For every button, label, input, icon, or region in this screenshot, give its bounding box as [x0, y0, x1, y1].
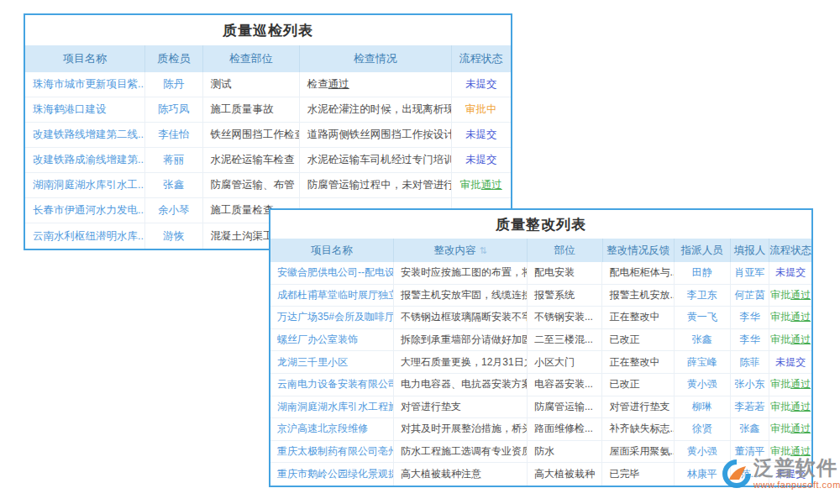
rectify-feedback: 已改正: [601, 329, 673, 352]
inspector-name[interactable]: 陈丹: [144, 72, 202, 97]
assignee-name[interactable]: 田静: [674, 262, 730, 285]
table-row: 云南电力设备安装有限公司20...电力电容器、电抗器安装方案,...电容器安装.…: [270, 374, 811, 396]
reporter-name[interactable]: 李华: [730, 307, 769, 329]
fanpu-url: www.fanpusoft.com: [753, 480, 840, 490]
workflow-status[interactable]: 审批通过: [769, 418, 811, 441]
reporter-name[interactable]: 张小东: [730, 374, 769, 396]
fanpu-watermark-text: 泛普软件 www.fanpusoft.com: [753, 458, 840, 490]
rectify-content: 拆除到承重墙部分请做好加固...: [393, 329, 527, 352]
rectify-part: 不锈钢安装...: [527, 307, 601, 329]
column-header-content[interactable]: 整改内容⇅: [393, 239, 527, 262]
inspection-situation: 道路两侧铁丝网围挡工作按设计...: [299, 123, 451, 148]
rectify-part: 路面维修检...: [527, 418, 601, 441]
rectify-part: 配电安装: [527, 262, 601, 285]
rectify-content: 大理石质量更换，12月31日之...: [393, 351, 527, 374]
project-name-link[interactable]: 京沪高速北京段维修: [270, 418, 393, 441]
project-name-link[interactable]: 云南水利枢纽潜明水库...: [25, 223, 144, 249]
table-row: 改建铁路线增建第二线...李佳怡铁丝网围挡工作检查道路两侧铁丝网围挡工作按设计.…: [25, 123, 511, 148]
assignee-name[interactable]: 黄小强: [674, 374, 730, 396]
project-name-link[interactable]: 改建铁路成渝线增建第...: [25, 148, 144, 173]
inspection-table-header: 项目名称质检员检查部位检查情况流程状态: [25, 45, 511, 72]
sort-icon[interactable]: ⇅: [479, 246, 486, 255]
rectify-part: 报警系统: [527, 285, 601, 307]
column-header-part: 部位: [527, 239, 601, 262]
project-name-link[interactable]: 万达广场35#会所及咖啡厅空...: [270, 307, 393, 329]
workflow-status[interactable]: 审批通过: [769, 285, 811, 307]
inspection-part: 水泥砼运输车检查: [202, 148, 299, 173]
reporter-name[interactable]: 何芷茵: [730, 285, 769, 307]
project-name-link[interactable]: 成都杜甫草堂临时展厅独立展...: [270, 285, 393, 307]
assignee-name[interactable]: 张鑫: [674, 329, 730, 352]
rectify-content: 对其及时开展整治措施，桥头...: [393, 418, 527, 441]
project-name-link[interactable]: 螺丝厂办公室装饰: [270, 329, 393, 352]
workflow-status[interactable]: 审批通过: [769, 307, 811, 329]
inspector-name[interactable]: 李佳怡: [144, 123, 202, 148]
inspector-name[interactable]: 陈巧凤: [144, 97, 202, 123]
project-name-link[interactable]: 重庆太极制药有限公司亳州中...: [270, 441, 393, 464]
assignee-name[interactable]: 黄一飞: [674, 307, 730, 329]
project-name-link[interactable]: 龙湖三千里小区: [270, 351, 393, 374]
assignee-name[interactable]: 徐贤: [674, 418, 730, 441]
rectification-table-header: 项目名称整改内容⇅部位整改情况反馈指派人员填报人流程状态: [270, 239, 811, 262]
inspector-name[interactable]: 余小琴: [144, 198, 202, 223]
rectify-feedback: 报警主机安放...: [601, 285, 673, 307]
project-name-link[interactable]: 云南电力设备安装有限公司20...: [270, 374, 393, 396]
reporter-name[interactable]: 肖亚军: [730, 262, 769, 285]
rectify-part: 二至三楼混...: [527, 329, 601, 352]
inspector-name[interactable]: 游恢: [144, 223, 202, 249]
inspector-name[interactable]: 张鑫: [144, 173, 202, 198]
rectify-feedback: 补齐缺失标志...: [601, 418, 673, 441]
rectify-feedback: 屋面采用聚氨...: [601, 441, 673, 464]
column-header-assignee: 指派人员: [674, 239, 730, 262]
fanpu-logo-icon: [721, 458, 753, 490]
workflow-status[interactable]: 未提交: [769, 262, 811, 285]
fanpu-watermark: 泛普软件 www.fanpusoft.com: [721, 458, 840, 490]
inspection-part: 测试: [202, 72, 299, 97]
inspection-situation: 防腐管运输过程中，未对管进行...: [299, 173, 451, 198]
project-name-link[interactable]: 珠海鹤港口建设: [25, 97, 144, 123]
project-name-link[interactable]: 改建铁路线增建第二线...: [25, 123, 144, 148]
assignee-name[interactable]: 柳琳: [674, 396, 730, 419]
reporter-name[interactable]: 张鑫: [730, 418, 769, 441]
rectify-feedback: 正在整改中: [601, 307, 673, 329]
workflow-status[interactable]: 审批中: [451, 97, 511, 123]
project-name-link[interactable]: 珠海市城市更新项目紫...: [25, 72, 144, 97]
inspection-situation: 检查通过: [299, 72, 451, 97]
project-name-link[interactable]: 长春市伊通河水力发电...: [25, 198, 144, 223]
table-row: 湖南洞庭湖水库引水工程施工标对管进行垫支防腐管运输...对管进行垫支柳琳李若若审…: [270, 396, 811, 419]
screen: { "colors": { "table_border": "#45a3e1",…: [0, 0, 840, 504]
inspection-part: 施工质量事故: [202, 97, 299, 123]
rectify-content: 电力电容器、电抗器安装方案,...: [393, 374, 527, 396]
project-name-link[interactable]: 重庆市鹅岭公园绿化景观提升...: [270, 463, 393, 486]
project-name-link[interactable]: 湖南洞庭湖水库引水工...: [25, 173, 144, 198]
assignee-name[interactable]: 薛宝峰: [674, 351, 730, 374]
inspection-table-title: 质量巡检列表: [25, 15, 511, 45]
workflow-status[interactable]: 审批通过: [769, 396, 811, 419]
project-name-link[interactable]: 湖南洞庭湖水库引水工程施工标: [270, 396, 393, 419]
column-header-project: 项目名称: [25, 45, 144, 72]
workflow-status[interactable]: 未提交: [451, 123, 511, 148]
table-row: 成都杜甫草堂临时展厅独立展...报警主机安放牢固，线缆连接...报警系统报警主机…: [270, 285, 811, 307]
column-header-status: 流程状态: [451, 45, 512, 72]
workflow-status[interactable]: 审批通过: [451, 173, 511, 198]
reporter-name[interactable]: 陈菲: [730, 351, 769, 374]
assignee-name[interactable]: 李卫东: [674, 285, 730, 307]
workflow-status[interactable]: 未提交: [451, 148, 511, 173]
inspection-part: 铁丝网围挡工作检查: [202, 123, 299, 148]
rectify-part: 防腐管运输...: [527, 396, 601, 419]
reporter-name[interactable]: 李若若: [730, 396, 769, 419]
inspector-name[interactable]: 蒋丽: [144, 148, 202, 173]
rectify-content: 报警主机安放牢固，线缆连接...: [393, 285, 527, 307]
project-name-link[interactable]: 安徽合肥供电公司--配电设备...: [270, 262, 393, 285]
workflow-status[interactable]: 未提交: [769, 351, 811, 374]
rectify-feedback: 正在整改中: [601, 351, 673, 374]
reporter-name[interactable]: 李华: [730, 329, 769, 352]
workflow-status[interactable]: 未提交: [451, 72, 511, 97]
rectification-table-title: 质量整改列表: [270, 210, 811, 239]
workflow-status[interactable]: 审批通过: [769, 374, 811, 396]
inspection-situation: 水泥砼灌注的时候，出现离析现象: [299, 97, 451, 123]
inspection-situation: 水泥砼运输车司机经过专门培训...: [299, 148, 451, 173]
column-header-part: 检查部位: [202, 45, 299, 72]
workflow-status[interactable]: 审批通过: [769, 329, 811, 352]
rectify-part: 高大植被栽种: [527, 463, 601, 486]
